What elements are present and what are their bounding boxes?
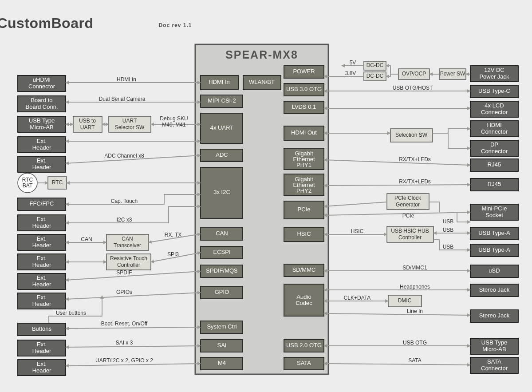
blk-adc: ADC bbox=[201, 149, 243, 162]
blk-hsic: HSIC bbox=[284, 227, 324, 242]
rc-typea2: USB Type-A bbox=[470, 244, 518, 257]
svg-rect-78 bbox=[18, 254, 66, 270]
svg-rect-51 bbox=[284, 340, 324, 352]
svg-rect-133 bbox=[470, 227, 518, 240]
svg-rect-155 bbox=[439, 69, 466, 79]
blk-power: POWER bbox=[284, 66, 324, 78]
svg-rect-162 bbox=[387, 226, 433, 242]
rl-ovp: OVP/OCP bbox=[398, 69, 430, 79]
svg-rect-139 bbox=[470, 284, 518, 297]
svg-rect-8 bbox=[201, 149, 243, 162]
blk-audio: Audio Codec bbox=[284, 284, 324, 316]
svg-rect-6 bbox=[201, 113, 243, 143]
rc-sj2: Stereo Jack bbox=[470, 310, 518, 322]
svg-rect-89 bbox=[18, 340, 66, 356]
svg-rect-32 bbox=[284, 126, 324, 140]
page-title: VAR-SP8CustomBoard bbox=[0, 15, 93, 31]
rc-sata: SATAConnector bbox=[470, 357, 518, 373]
svg-rect-95 bbox=[73, 116, 102, 132]
rc-typec: USB Type-C bbox=[470, 85, 518, 98]
lbl-usb1: USB bbox=[443, 218, 454, 225]
lbl-usb-otg-host: USB OTG/HOST bbox=[393, 85, 433, 91]
svg-rect-26 bbox=[284, 66, 324, 78]
svg-text:Debug SKU: Debug SKU bbox=[160, 115, 188, 122]
svg-rect-28 bbox=[284, 83, 324, 96]
conn-ext6: Ext.Header bbox=[18, 273, 66, 289]
lbl-3v8: 3.8V bbox=[345, 70, 356, 76]
lbl-sata: SATA bbox=[408, 357, 422, 364]
svg-point-109 bbox=[18, 173, 37, 193]
conn-ext5: Ext.Header bbox=[18, 254, 66, 270]
conn-ext8: Ext.Header bbox=[18, 340, 66, 356]
lbl-i2cx3: I2C x3 bbox=[117, 217, 132, 223]
lbl-boot: Boot, Reset, On/Off bbox=[101, 321, 148, 327]
svg-rect-128 bbox=[470, 178, 518, 191]
svg-rect-72 bbox=[18, 215, 66, 231]
svg-rect-44 bbox=[284, 227, 324, 242]
svg-rect-42 bbox=[284, 201, 324, 219]
lbl-m4: UART/I2C x 2, GPIO x 2 bbox=[95, 357, 153, 364]
rc-hdmi: HDMIConnector bbox=[470, 121, 518, 137]
blk-can: CAN bbox=[201, 228, 243, 240]
lbl-adc: ADC Channel x8 bbox=[104, 153, 144, 159]
svg-rect-123 bbox=[470, 140, 518, 156]
svg-rect-115 bbox=[470, 85, 518, 98]
lb-can-trx: CANTransceiver bbox=[106, 234, 149, 250]
blk-usb2: USB 2.0 OTG bbox=[284, 340, 324, 352]
lbl-usb3: USB bbox=[443, 244, 454, 250]
lbl-5v: 5V bbox=[350, 59, 356, 66]
blk-wlan: WLAN/BT bbox=[243, 75, 281, 90]
lbl-rxtxled1: RX/TX+LEDs bbox=[399, 156, 431, 162]
svg-rect-103 bbox=[106, 234, 149, 250]
svg-rect-149 bbox=[364, 61, 386, 70]
rl-dcdc2: DC-DC bbox=[364, 72, 386, 81]
rc-micro: USB TypeMicro-AB bbox=[470, 338, 518, 354]
rc-rj1: RJ45 bbox=[470, 159, 518, 171]
svg-rect-130 bbox=[470, 204, 518, 220]
blk-gpio: GPIO bbox=[201, 286, 243, 299]
lb-uart-sel: UARTSelector SW bbox=[109, 116, 151, 132]
svg-rect-135 bbox=[470, 244, 518, 257]
svg-rect-153 bbox=[398, 69, 430, 79]
lbl-sdmmc1: SD/MMC1 bbox=[402, 265, 427, 271]
lbl-dual-cam: Dual Serial Camera bbox=[99, 96, 146, 102]
blk-sdmmc: SD/MMC bbox=[284, 264, 324, 277]
svg-rect-30 bbox=[284, 101, 324, 114]
conn-usb-micro: USB TypeMicro-AB bbox=[18, 116, 66, 132]
svg-rect-67 bbox=[18, 156, 66, 172]
rc-lcd: 4x LCDConnector bbox=[470, 101, 518, 117]
svg-rect-141 bbox=[470, 310, 518, 322]
svg-rect-12 bbox=[201, 228, 243, 240]
svg-rect-120 bbox=[470, 121, 518, 137]
svg-rect-64 bbox=[18, 137, 66, 153]
svg-rect-117 bbox=[470, 101, 518, 117]
svg-rect-10 bbox=[201, 167, 243, 218]
conn-ext3: Ext.Header bbox=[18, 215, 66, 231]
rl-powersw: Power SW bbox=[439, 69, 466, 79]
conn-ext9: Ext.Header bbox=[18, 360, 66, 376]
conn-uhdmi: uHDMIConnector bbox=[18, 75, 66, 91]
svg-rect-14 bbox=[201, 246, 243, 259]
lbl-sai: SAI x 3 bbox=[116, 340, 133, 346]
rc-mpcie: Mini-PCIeSocket bbox=[470, 204, 518, 220]
lbl-clkdata: CLK+DATA bbox=[344, 295, 371, 301]
lbl-gpios: GPIOs bbox=[116, 289, 132, 295]
blk-i2c: 3x I2C bbox=[201, 167, 243, 218]
rl-usb-hub: USB HSIC HUBController bbox=[387, 226, 433, 242]
lbl-linein: Line In bbox=[407, 308, 423, 314]
rl-selsw: Selection SW bbox=[390, 129, 433, 142]
svg-rect-22 bbox=[201, 340, 243, 352]
svg-rect-48 bbox=[284, 284, 324, 316]
rtc-bat: RTC BAT bbox=[18, 173, 37, 193]
svg-rect-20 bbox=[201, 321, 243, 333]
svg-rect-101 bbox=[48, 177, 67, 189]
lbl-can: CAN bbox=[81, 236, 92, 242]
svg-rect-24 bbox=[201, 357, 243, 370]
lbl-rxtxled2: RX/TX+LEDs bbox=[399, 178, 431, 185]
svg-rect-98 bbox=[109, 116, 151, 132]
rc-dp: DPConnector bbox=[470, 140, 518, 156]
svg-rect-4 bbox=[201, 95, 243, 107]
svg-rect-2 bbox=[243, 75, 281, 90]
conn-buttons: Buttons bbox=[18, 323, 66, 336]
svg-rect-159 bbox=[387, 194, 429, 210]
